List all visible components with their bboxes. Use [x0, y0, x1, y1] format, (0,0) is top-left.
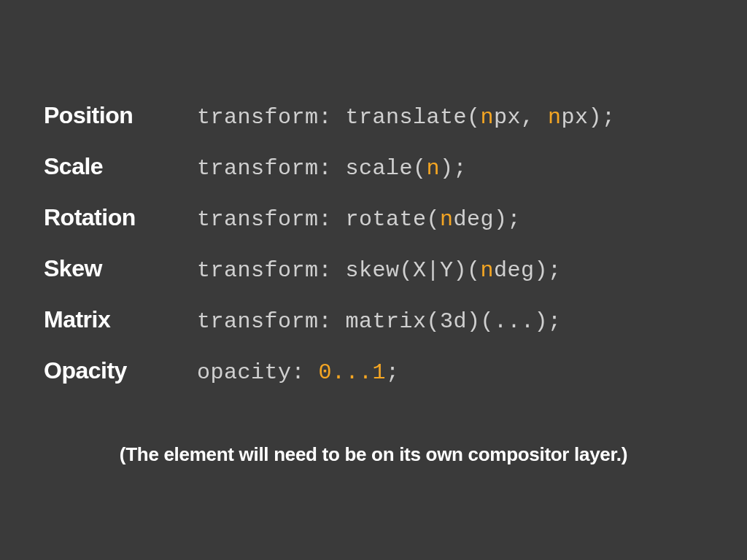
property-label: Skew	[44, 255, 197, 282]
code-text: ;	[386, 360, 400, 385]
property-code: opacity: 0...1;	[197, 360, 400, 385]
code-text: px,	[494, 105, 548, 130]
code-text: );	[440, 156, 467, 181]
property-code: transform: skew(X|Y)(ndeg);	[197, 258, 562, 283]
property-code: transform: scale(n);	[197, 156, 467, 181]
property-label: Matrix	[44, 306, 197, 333]
code-text: transform: skew(X|Y)(	[197, 258, 481, 283]
code-text: opacity:	[197, 360, 319, 385]
code-text: transform: rotate(	[197, 207, 440, 232]
property-row: Matrixtransform: matrix(3d)(...);	[44, 306, 703, 334]
property-label: Opacity	[44, 357, 197, 384]
property-code: transform: rotate(ndeg);	[197, 207, 521, 232]
property-code: transform: translate(npx, npx);	[197, 105, 616, 130]
property-row: Scaletransform: scale(n);	[44, 153, 703, 181]
code-text: transform: matrix(3d)(...);	[197, 309, 562, 334]
code-text: transform: translate(	[197, 105, 481, 130]
footnote: (The element will need to be on its own …	[44, 443, 703, 466]
code-text: transform: scale(	[197, 156, 427, 181]
property-label: Rotation	[44, 204, 197, 231]
property-list: Positiontransform: translate(npx, npx);S…	[44, 102, 703, 385]
code-text: px);	[562, 105, 616, 130]
code-highlight: 0...1	[319, 360, 387, 385]
code-text: deg);	[494, 258, 562, 283]
property-code: transform: matrix(3d)(...);	[197, 309, 562, 334]
property-row: Positiontransform: translate(npx, npx);	[44, 102, 703, 130]
property-row: Opacityopacity: 0...1;	[44, 357, 703, 385]
code-highlight: n	[427, 156, 441, 181]
property-row: Rotationtransform: rotate(ndeg);	[44, 204, 703, 232]
code-text: deg);	[454, 207, 522, 232]
property-row: Skewtransform: skew(X|Y)(ndeg);	[44, 255, 703, 283]
code-highlight: n	[481, 105, 495, 130]
code-highlight: n	[481, 258, 495, 283]
code-highlight: n	[548, 105, 562, 130]
code-highlight: n	[440, 207, 454, 232]
property-label: Scale	[44, 153, 197, 180]
slide: Positiontransform: translate(npx, npx);S…	[0, 0, 747, 560]
property-label: Position	[44, 102, 197, 129]
